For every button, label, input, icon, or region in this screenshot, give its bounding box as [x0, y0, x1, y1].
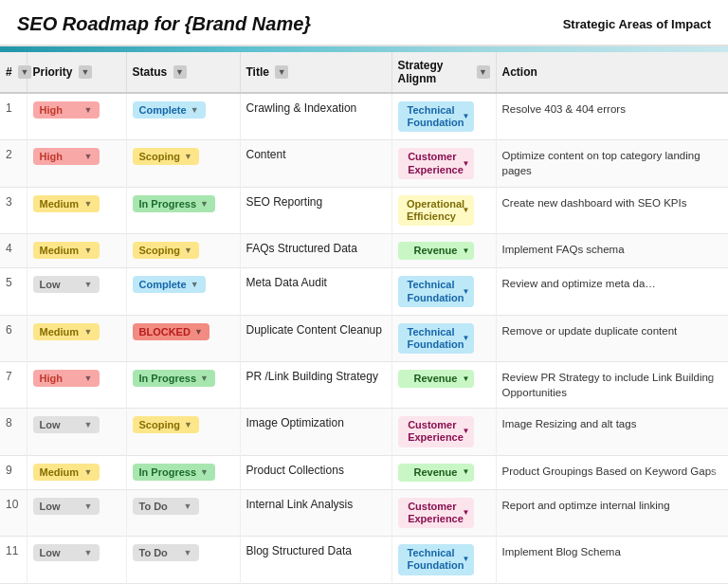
- strategy-dropdown-icon[interactable]: ▼: [463, 112, 470, 121]
- filter-icon-title[interactable]: ▼: [275, 65, 288, 79]
- status-dropdown-icon[interactable]: ▼: [200, 199, 209, 209]
- cell-num: 4: [0, 234, 27, 268]
- col-header-num[interactable]: # ▼: [0, 52, 27, 93]
- cell-status: To Do ▼: [126, 537, 240, 583]
- filter-icon-priority[interactable]: ▼: [79, 65, 92, 79]
- status-dropdown-icon[interactable]: ▼: [184, 502, 192, 511]
- status-dropdown-icon[interactable]: ▼: [184, 548, 192, 557]
- col-header-priority[interactable]: Priority ▼: [27, 52, 126, 93]
- col-header-status[interactable]: Status ▼: [126, 52, 240, 93]
- priority-badge[interactable]: Medium ▼: [33, 323, 100, 340]
- priority-badge[interactable]: High ▼: [33, 148, 100, 165]
- table-row: 1High ▼Complete ▼Crawling & IndexationTe…: [0, 93, 728, 140]
- priority-badge[interactable]: High ▼: [33, 101, 100, 119]
- strategy-badge[interactable]: TechnicalFoundation▼: [398, 544, 474, 575]
- priority-badge[interactable]: Low ▼: [33, 544, 100, 561]
- status-badge[interactable]: Complete ▼: [133, 276, 206, 293]
- strategy-dropdown-icon[interactable]: ▼: [463, 334, 470, 343]
- strategy-dropdown-icon[interactable]: ▼: [463, 374, 470, 384]
- priority-dropdown-icon[interactable]: ▼: [84, 548, 93, 557]
- cell-title: Image Optimization: [240, 409, 391, 455]
- status-badge[interactable]: To Do ▼: [133, 498, 199, 515]
- strategy-badge[interactable]: Revenue▼: [398, 242, 474, 260]
- status-badge[interactable]: In Progress ▼: [133, 370, 215, 387]
- priority-dropdown-icon[interactable]: ▼: [84, 152, 93, 161]
- status-badge[interactable]: Scoping ▼: [133, 416, 199, 433]
- strategy-badge[interactable]: TechnicalFoundation▼: [398, 101, 474, 132]
- status-badge[interactable]: Scoping ▼: [133, 148, 199, 165]
- action-text: Create new dashboard with SEO KPIs: [502, 197, 687, 209]
- cell-priority: Medium ▼: [27, 315, 126, 361]
- strategy-dropdown-icon[interactable]: ▼: [463, 246, 470, 256]
- cell-status: Scoping ▼: [126, 234, 240, 268]
- priority-dropdown-icon[interactable]: ▼: [84, 420, 93, 429]
- table-row: 2High ▼Scoping ▼ContentCustomerExperienc…: [0, 140, 728, 187]
- priority-dropdown-icon[interactable]: ▼: [84, 467, 93, 477]
- strategy-badge[interactable]: TechnicalFoundation▼: [398, 323, 474, 354]
- cell-status: Complete ▼: [126, 268, 240, 315]
- table-row: 7High ▼In Progress ▼PR /Link Building St…: [0, 362, 728, 409]
- status-dropdown-icon[interactable]: ▼: [184, 420, 192, 429]
- col-header-strategy[interactable]: Strategy Alignm ▼: [391, 52, 496, 93]
- status-dropdown-icon[interactable]: ▼: [200, 467, 209, 477]
- filter-icon-strategy[interactable]: ▼: [477, 65, 490, 79]
- status-badge[interactable]: In Progress ▼: [133, 464, 215, 481]
- strategy-dropdown-icon[interactable]: ▼: [463, 287, 470, 297]
- strategy-dropdown-icon[interactable]: ▼: [463, 159, 470, 169]
- priority-dropdown-icon[interactable]: ▼: [84, 105, 93, 115]
- priority-badge[interactable]: Low ▼: [33, 416, 100, 433]
- status-badge[interactable]: BLOCKED ▼: [133, 323, 209, 340]
- status-dropdown-icon[interactable]: ▼: [184, 152, 192, 161]
- cell-status: In Progress ▼: [126, 455, 240, 489]
- priority-dropdown-icon[interactable]: ▼: [84, 502, 93, 511]
- status-badge[interactable]: To Do ▼: [133, 544, 199, 561]
- priority-badge[interactable]: High ▼: [33, 370, 100, 387]
- cell-priority: High ▼: [27, 362, 126, 409]
- strategy-badge[interactable]: Revenue▼: [398, 464, 474, 482]
- cell-priority: High ▼: [27, 93, 126, 140]
- status-dropdown-icon[interactable]: ▼: [191, 280, 199, 289]
- strategy-badge[interactable]: OperationalEfficiency▼: [398, 195, 474, 226]
- strategy-dropdown-icon[interactable]: ▼: [463, 206, 470, 215]
- strategy-badge[interactable]: Revenue▼: [398, 370, 474, 388]
- strategy-badge[interactable]: CustomerExperience▼: [398, 148, 474, 178]
- filter-icon-num[interactable]: ▼: [18, 65, 31, 79]
- strategy-badge[interactable]: CustomerExperience▼: [398, 498, 474, 528]
- priority-dropdown-icon[interactable]: ▼: [84, 374, 93, 383]
- col-header-title[interactable]: Title ▼: [240, 52, 391, 93]
- cell-strategy: CustomerExperience▼: [391, 489, 496, 536]
- cell-num: 6: [0, 315, 27, 361]
- strategic-areas-label: Strategic Areas of Impact: [563, 17, 711, 31]
- status-badge[interactable]: In Progress ▼: [133, 195, 215, 212]
- status-badge[interactable]: Scoping ▼: [133, 242, 199, 259]
- strategy-dropdown-icon[interactable]: ▼: [463, 508, 470, 518]
- priority-dropdown-icon[interactable]: ▼: [84, 199, 93, 209]
- cell-status: Complete ▼: [126, 93, 240, 140]
- strategy-dropdown-icon[interactable]: ▼: [463, 467, 470, 477]
- status-badge[interactable]: Complete ▼: [133, 101, 206, 119]
- cell-num: 7: [0, 362, 27, 409]
- priority-badge[interactable]: Medium ▼: [33, 195, 100, 212]
- status-dropdown-icon[interactable]: ▼: [191, 105, 199, 115]
- strategy-badge[interactable]: TechnicalFoundation▼: [398, 276, 474, 306]
- priority-badge[interactable]: Low ▼: [33, 276, 100, 293]
- strategy-dropdown-icon[interactable]: ▼: [463, 556, 470, 565]
- filter-icon-status[interactable]: ▼: [173, 65, 187, 79]
- cell-status: Scoping ▼: [126, 409, 240, 455]
- cell-title: Meta Data Audit: [240, 268, 391, 315]
- status-dropdown-icon[interactable]: ▼: [194, 327, 203, 337]
- priority-badge[interactable]: Medium ▼: [33, 464, 100, 481]
- priority-dropdown-icon[interactable]: ▼: [84, 327, 93, 337]
- status-dropdown-icon[interactable]: ▼: [200, 374, 209, 383]
- strategy-badge[interactable]: CustomerExperience▼: [398, 416, 474, 447]
- title-text: Content: [246, 148, 286, 161]
- strategy-dropdown-icon[interactable]: ▼: [463, 428, 470, 437]
- status-dropdown-icon[interactable]: ▼: [184, 246, 192, 255]
- priority-badge[interactable]: Medium ▼: [33, 242, 100, 259]
- cell-action: Create new dashboard with SEO KPIs: [496, 187, 728, 233]
- cell-priority: Medium ▼: [27, 234, 126, 268]
- priority-dropdown-icon[interactable]: ▼: [84, 246, 93, 255]
- cell-title: Duplicate Content Cleanup: [240, 315, 391, 361]
- priority-badge[interactable]: Low ▼: [33, 498, 100, 515]
- priority-dropdown-icon[interactable]: ▼: [84, 280, 93, 289]
